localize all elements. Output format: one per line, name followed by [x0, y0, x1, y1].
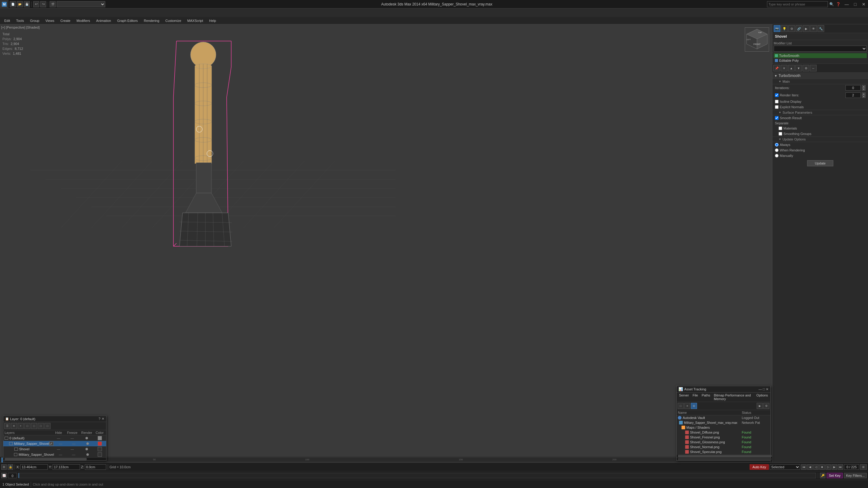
render-iters-checkbox[interactable]: [775, 93, 779, 97]
layer-hide-3[interactable]: —: [54, 453, 67, 456]
panel-icon-camera[interactable]: 📷: [774, 25, 780, 32]
asset-menu-options[interactable]: Options: [755, 393, 769, 401]
layer-freeze-2[interactable]: —: [65, 447, 79, 451]
panel-icon-light[interactable]: 💡: [781, 25, 788, 32]
menu-animation[interactable]: Animation: [93, 18, 114, 23]
z-input[interactable]: [85, 464, 106, 470]
layer-help-btn[interactable]: ?: [99, 417, 100, 421]
panel-icon-motion[interactable]: ▶: [803, 25, 810, 32]
timeline-mini-frame[interactable]: 0: [8, 473, 17, 478]
redo-btn[interactable]: ↪: [40, 1, 46, 7]
play-fwd-btn[interactable]: ▷: [826, 464, 831, 470]
panel-icon-utilities[interactable]: 🔧: [817, 25, 824, 32]
set-key-btn[interactable]: Set Key: [827, 473, 843, 478]
x-input[interactable]: [20, 464, 48, 470]
smooth-result-checkbox[interactable]: [775, 116, 779, 120]
navigation-cube[interactable]: FRONT LEFT TOP: [745, 27, 769, 52]
asset-row-0[interactable]: Autodesk Vault Logged Out: [677, 415, 770, 420]
viewport[interactable]: [+] [Perspective] [Shaded] Total Polys: …: [0, 24, 772, 470]
layer-toolbar-add[interactable]: +: [18, 423, 24, 429]
asset-row-4[interactable]: Shovel_Fresnel.png Found: [677, 435, 770, 440]
asset-toolbar-cfg[interactable]: ⚙: [763, 403, 769, 409]
workspace-dropdown[interactable]: Workspace: Default: [57, 1, 105, 7]
menu-views[interactable]: Views: [42, 18, 57, 23]
layer-freeze-1[interactable]: —: [67, 442, 80, 446]
render-setup-btn[interactable]: 🎬: [50, 1, 56, 7]
layer-scrollbar[interactable]: [3, 457, 106, 460]
layer-color-2[interactable]: [94, 447, 105, 451]
asset-scrollbar-thumb-h[interactable]: [678, 455, 772, 457]
status-icon-1[interactable]: ⚙: [1, 464, 7, 470]
autokey-btn[interactable]: Auto Key: [750, 464, 769, 470]
play-next-btn[interactable]: ▶: [832, 464, 837, 470]
turbosmooth-header[interactable]: ▼ TurboSmooth: [772, 73, 868, 79]
mod-toolbar-pin[interactable]: 📌: [773, 65, 780, 71]
search-input[interactable]: [767, 1, 828, 7]
modifier-editable-poly[interactable]: Editable Poly: [774, 58, 867, 63]
help-btn[interactable]: ❓: [835, 1, 841, 7]
layer-color-0[interactable]: [94, 436, 105, 440]
asset-row-1[interactable]: Military_Sapper_Shovel_max_vray.max Netw…: [677, 420, 770, 425]
manually-radio[interactable]: [775, 154, 779, 158]
menu-rendering[interactable]: Rendering: [141, 18, 162, 23]
iterations-spinner[interactable]: ▲ ▼: [862, 85, 866, 91]
render-iters-input[interactable]: [845, 92, 861, 98]
minimize-btn[interactable]: —: [842, 0, 851, 8]
always-radio[interactable]: [775, 143, 779, 147]
layer-row-1[interactable]: Military_Sapper_Shovel ✓ — —: [3, 441, 106, 446]
modifier-list-dropdown[interactable]: [774, 45, 867, 52]
mod-toolbar-move-up[interactable]: ▲: [788, 65, 795, 71]
menu-edit[interactable]: Edit: [1, 18, 13, 23]
layer-freeze-3[interactable]: —: [67, 453, 80, 456]
layer-toolbar-delete[interactable]: ✕: [11, 423, 17, 429]
modifier-turbosmooth[interactable]: TurboSmooth: [774, 53, 867, 58]
viewport-toggle[interactable]: ⊞: [860, 464, 867, 470]
update-button[interactable]: Update: [807, 160, 833, 166]
asset-row-5[interactable]: Shovel_Glossiness.png Found: [677, 440, 770, 445]
layer-render-3[interactable]: [80, 453, 95, 456]
asset-menu-file[interactable]: File: [691, 393, 699, 401]
close-btn[interactable]: ✕: [860, 0, 868, 8]
menu-maxscript[interactable]: MAXScript: [184, 18, 206, 23]
mini-timeline[interactable]: [18, 473, 816, 478]
render-iters-spinner[interactable]: ▲ ▼: [862, 92, 866, 98]
play-back-btn[interactable]: ◁: [813, 464, 819, 470]
layer-toolbar-freeze-sel[interactable]: □: [38, 423, 44, 429]
panel-icon-display[interactable]: 👁: [810, 25, 817, 32]
asset-minimize-btn[interactable]: —: [758, 387, 762, 391]
layer-row-0[interactable]: 0 (default) — —: [3, 435, 106, 441]
layer-render-2[interactable]: [79, 448, 94, 450]
play-prev-btn[interactable]: ◀: [807, 464, 813, 470]
key-filters-btn[interactable]: Key Filters...: [844, 473, 867, 478]
play-first-btn[interactable]: ⏮: [801, 464, 807, 470]
panel-icon-hierarchy[interactable]: 🔗: [796, 25, 802, 32]
menu-graph-editors[interactable]: Graph Editors: [114, 18, 141, 23]
asset-maximize-btn[interactable]: □: [763, 387, 765, 391]
layer-freeze-0[interactable]: —: [65, 436, 79, 440]
play-last-btn[interactable]: ⏭: [838, 464, 843, 470]
when-rendering-radio[interactable]: [775, 149, 779, 152]
stop-btn[interactable]: ■: [819, 464, 825, 470]
mod-toolbar-move-down[interactable]: ▼: [795, 65, 802, 71]
update-options-header[interactable]: ▼ Update Options: [772, 136, 868, 142]
asset-menu-bitmap[interactable]: Bitmap Performance and Memory: [713, 393, 754, 401]
menu-modifiers[interactable]: Modifiers: [73, 18, 93, 23]
layer-color-3[interactable]: [95, 452, 105, 457]
status-icon-2[interactable]: 🔒: [8, 464, 13, 470]
asset-scrollbar-thumb-v[interactable]: [678, 458, 772, 460]
materials-checkbox[interactable]: [779, 127, 782, 130]
layer-hide-1[interactable]: —: [54, 442, 67, 446]
asset-row-7[interactable]: Shovel_Specular.png Found: [677, 449, 770, 454]
panel-icon-modifier[interactable]: ⚙: [788, 25, 795, 32]
layer-render-1[interactable]: [80, 443, 95, 445]
asset-row-3[interactable]: Shovel_Diffuse.png Found: [677, 430, 770, 435]
save-btn[interactable]: 💾: [24, 1, 30, 7]
asset-menu-paths[interactable]: Paths: [700, 393, 711, 401]
layer-scrollbar-thumb[interactable]: [5, 458, 87, 460]
menu-help[interactable]: Help: [206, 18, 219, 23]
key-time-icon[interactable]: 🔑: [820, 473, 826, 478]
menu-create[interactable]: Create: [57, 18, 73, 23]
search-icon[interactable]: 🔍: [829, 1, 835, 7]
smoothing-groups-checkbox[interactable]: [779, 132, 782, 136]
layer-toolbar-sel[interactable]: □: [24, 423, 30, 429]
